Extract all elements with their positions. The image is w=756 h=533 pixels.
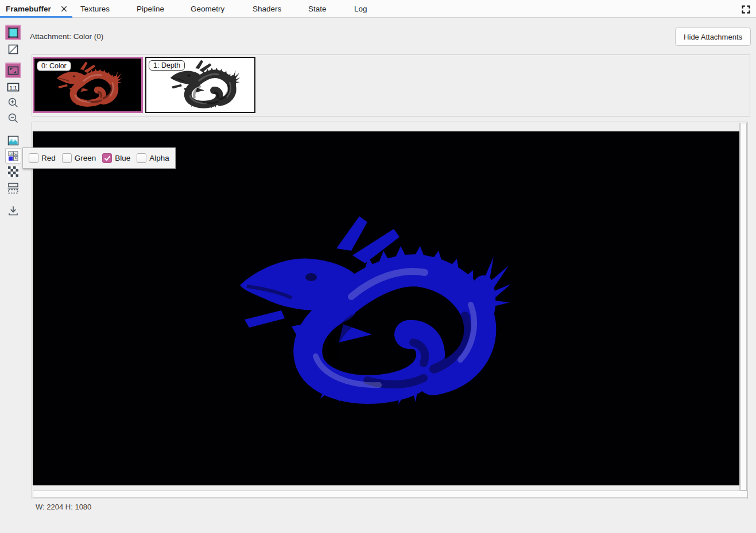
svg-text:A: A [14,157,17,160]
tab-pipeline-label: Pipeline [137,5,164,13]
vertical-scrollbar[interactable] [739,123,747,491]
flip-vertical-icon [7,181,20,194]
tab-geometry[interactable]: Geometry [191,0,224,18]
alpha-checkbox-label: Alpha [149,154,169,162]
green-checkbox[interactable] [62,153,72,163]
image-icon [7,134,20,147]
hide-attachments-button[interactable]: Hide Attachments [675,28,751,46]
blue-checkbox[interactable] [102,153,112,163]
attachment-thumb-color-label: 0: Color [37,61,71,71]
tab-log[interactable]: Log [354,0,367,18]
tab-geometry-label: Geometry [191,5,224,13]
tab-shaders-label: Shaders [253,5,281,13]
tab-textures[interactable]: Textures [80,0,110,18]
framebuffer-canvas[interactable] [33,131,739,485]
checkmark-icon [104,155,111,162]
tab-state-label: State [308,5,327,13]
vertical-scrollbar-thumb[interactable] [741,123,747,491]
svg-text:1:1: 1:1 [9,84,17,90]
fullscreen-icon[interactable] [739,3,752,15]
tab-state[interactable]: State [308,0,327,18]
checkerboard-icon [7,166,19,177]
one-to-one-icon: 1:1 [6,81,20,94]
tab-framebuffer-label: Framebuffer [6,5,51,13]
alpha-checkbox[interactable] [137,153,146,163]
image-overlay-button[interactable] [5,133,21,148]
save-image-button[interactable] [5,203,21,218]
green-checkbox-label: Green [75,154,96,162]
tab-shaders[interactable]: Shaders [253,0,281,18]
close-icon[interactable] [59,4,69,14]
fit-to-window-button[interactable] [5,63,21,78]
rgba-channels-icon: R G A [7,150,19,162]
framebuffer-viewport-frame [32,122,748,499]
horizontal-scrollbar[interactable] [33,491,747,498]
tab-log-label: Log [354,5,367,13]
svg-text:G: G [14,151,17,155]
svg-text:R: R [10,151,13,155]
framebuffer-dimensions-status: W: 2204 H: 1080 [36,503,91,511]
channels-toolbar: Red Green Blue Alpha [22,147,176,169]
attachment-thumb-color[interactable]: 0: Color [33,57,143,113]
channel-alpha[interactable]: Alpha [137,153,169,163]
zoom-in-button[interactable] [5,95,21,110]
alpha-background-button[interactable] [5,41,21,57]
active-tab-underline [0,16,72,18]
background-color-swatch-button[interactable] [5,25,21,40]
tab-textures-label: Textures [80,5,110,13]
channel-blue[interactable]: Blue [102,153,130,163]
actual-size-button[interactable]: 1:1 [5,79,21,95]
red-checkbox[interactable] [29,153,38,163]
blue-checkbox-label: Blue [115,154,130,162]
attachment-thumb-depth[interactable]: 1: Depth [145,57,255,113]
color-swatch-icon [7,26,20,39]
attachment-thumb-depth-label: 1: Depth [149,60,185,71]
channel-green[interactable]: Green [62,153,96,163]
dragon-render-blue-channel [224,213,511,414]
download-icon [7,204,20,217]
flip-vertical-button[interactable] [5,180,21,195]
zoom-out-button[interactable] [5,110,21,126]
zoom-out-icon [7,112,20,125]
channels-button[interactable]: R G A [5,148,21,164]
zoom-in-icon [7,96,20,109]
attachments-strip: 0: Color 1: Depth [32,55,750,116]
tab-bar: Framebuffer Textures Pipeline Geometry S… [0,0,756,18]
red-checkbox-label: Red [41,154,56,162]
fit-rectangle-icon [7,64,20,77]
tab-framebuffer[interactable]: Framebuffer [0,0,72,18]
attachment-label: Attachment: Color (0) [30,32,103,41]
channel-red[interactable]: Red [29,153,56,163]
diagonal-square-icon [7,43,20,56]
tab-pipeline[interactable]: Pipeline [137,0,164,18]
checkerboard-background-button[interactable] [5,164,21,179]
